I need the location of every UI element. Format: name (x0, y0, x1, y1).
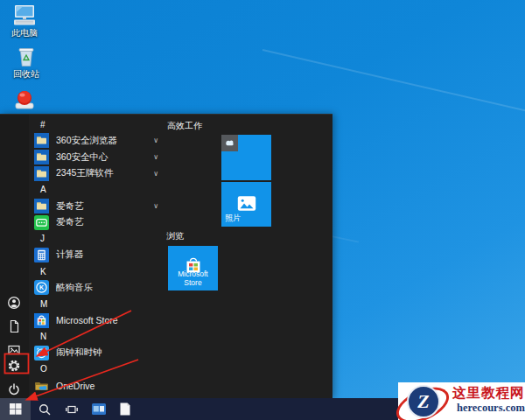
folder-icon (34, 166, 49, 181)
pictures-button[interactable] (7, 343, 21, 357)
app-row-iqiyi[interactable]: 爱奇艺 (29, 214, 166, 231)
search-icon (38, 403, 51, 416)
folder-icon (34, 133, 49, 148)
app-list-section-hash[interactable]: # (29, 116, 166, 133)
app-label: 360安全中心 (56, 151, 108, 164)
app-row-360-center[interactable]: 360安全中心 ∨ (29, 149, 166, 165)
app-label: 计算器 (56, 248, 84, 261)
desktop-icon-this-pc[interactable]: 此电脑 (0, 4, 49, 38)
app-row-calculator[interactable]: 计算器 (29, 247, 166, 263)
chevron-down-icon[interactable]: ∨ (153, 136, 158, 144)
app-list-section-m[interactable]: M (29, 296, 166, 312)
chevron-down-icon[interactable]: ∨ (153, 153, 158, 161)
red-button-icon (14, 89, 35, 110)
desktop-icon-red-button[interactable] (0, 89, 49, 111)
documents-icon (7, 319, 21, 333)
taskbar-photos-app-button[interactable] (86, 398, 112, 420)
folder-icon (34, 150, 49, 164)
photos-app-icon (92, 403, 106, 415)
chevron-down-icon[interactable]: ∨ (153, 202, 158, 210)
app-label: OneDrive (56, 381, 94, 391)
watermark-logo: Z (407, 385, 440, 418)
wallpaper-beam (262, 49, 525, 117)
documents-button[interactable] (7, 319, 21, 333)
app-label: Microsoft Store (56, 315, 118, 326)
tile-group-header: 浏览 (166, 230, 184, 242)
taskbar-document-app-button[interactable] (112, 398, 138, 420)
section-letter: O (40, 364, 47, 374)
calculator-icon (34, 248, 49, 262)
store-icon (34, 313, 49, 328)
clock-icon (34, 346, 49, 360)
app-row-microsoft-store[interactable]: Microsoft Store (29, 312, 166, 329)
app-list-section-n[interactable]: N (29, 328, 166, 345)
app-list-section-a[interactable]: A (29, 182, 166, 199)
watermark-site-name: 这里教程网 (452, 384, 525, 402)
app-label: 闹钟和时钟 (56, 346, 102, 359)
iqiyi-icon (34, 215, 49, 230)
app-row-2345[interactable]: 2345王牌软件 ∨ (29, 165, 166, 182)
tile-group-header: 高效工作 (167, 120, 202, 132)
app-label: 酷狗音乐 (56, 282, 93, 294)
section-letter: # (40, 120, 46, 130)
svg-text:K: K (39, 284, 44, 290)
chevron-down-icon[interactable]: ∨ (153, 170, 158, 178)
app-row-onedrive[interactable]: OneDrive (29, 377, 166, 394)
recycle-bin-icon (17, 44, 36, 68)
watermark: Z 这里教程网 herecours.com (398, 382, 525, 420)
app-list-section-o[interactable]: O (29, 361, 166, 378)
section-letter: N (40, 332, 46, 341)
app-label: 2345王牌软件 (56, 167, 113, 179)
app-row-360-browser[interactable]: 360安全浏览器 ∨ (29, 133, 166, 150)
windows-logo-icon (10, 403, 22, 415)
start-menu: # 360安全浏览器 ∨ 360安全中心 ∨ 2345王牌软件 ∨ A 爱奇艺 … (0, 114, 332, 399)
kugou-icon: K (34, 280, 49, 295)
app-label: 爱奇艺 (56, 216, 84, 228)
section-letter: K (40, 267, 46, 276)
desktop-icon-label: 此电脑 (0, 28, 49, 38)
start-menu-rail (0, 115, 29, 399)
section-letter: M (40, 299, 47, 309)
settings-button[interactable] (7, 359, 21, 373)
tile-photos[interactable]: 照片 (221, 182, 271, 227)
start-menu-tiles: 高效工作 照片 浏览 Mic (166, 115, 332, 399)
task-view-icon (66, 404, 78, 415)
section-letter: A (40, 185, 46, 194)
task-view-button[interactable] (59, 398, 85, 420)
account-button[interactable] (7, 296, 21, 310)
app-list-section-j[interactable]: J (29, 230, 166, 247)
start-menu-app-list: # 360安全浏览器 ∨ 360安全中心 ∨ 2345王牌软件 ∨ A 爱奇艺 … (29, 116, 166, 394)
app-row-alarms-clock[interactable]: 闹钟和时钟 (29, 345, 166, 361)
gear-icon (7, 359, 21, 373)
tile-microsoft-store[interactable]: Microsoft Store (168, 246, 218, 290)
folder-icon (34, 199, 49, 214)
watermark-logo-letter: Z (417, 392, 429, 411)
photos-icon (237, 195, 256, 211)
app-label: 360安全浏览器 (56, 135, 117, 147)
onedrive-icon (34, 378, 49, 393)
app-label: 爱奇艺 (56, 200, 84, 213)
cloud-icon (221, 135, 238, 151)
desktop-icon-label: 回收站 (2, 69, 51, 80)
app-row-kugou[interactable]: K 酷狗音乐 (29, 279, 166, 296)
watermark-site-domain: herecours.com (452, 402, 525, 415)
start-button[interactable] (0, 398, 31, 420)
tile-cloud-app[interactable] (221, 135, 271, 180)
tile-label: Microsoft Store (168, 270, 218, 287)
power-button[interactable] (7, 382, 21, 396)
app-row-iqiyi-folder[interactable]: 爱奇艺 ∨ (29, 198, 166, 214)
this-pc-icon (11, 4, 38, 27)
pictures-icon (7, 343, 21, 357)
app-list-section-k[interactable]: K (29, 263, 166, 280)
document-icon (120, 402, 130, 416)
account-icon (7, 296, 21, 310)
power-icon (7, 382, 21, 396)
tile-label: 照片 (225, 213, 241, 224)
desktop-icon-recycle-bin[interactable]: 回收站 (2, 44, 51, 80)
watermark-text: 这里教程网 herecours.com (452, 384, 525, 415)
taskbar-search-button[interactable] (32, 398, 58, 420)
section-letter: J (40, 234, 45, 243)
